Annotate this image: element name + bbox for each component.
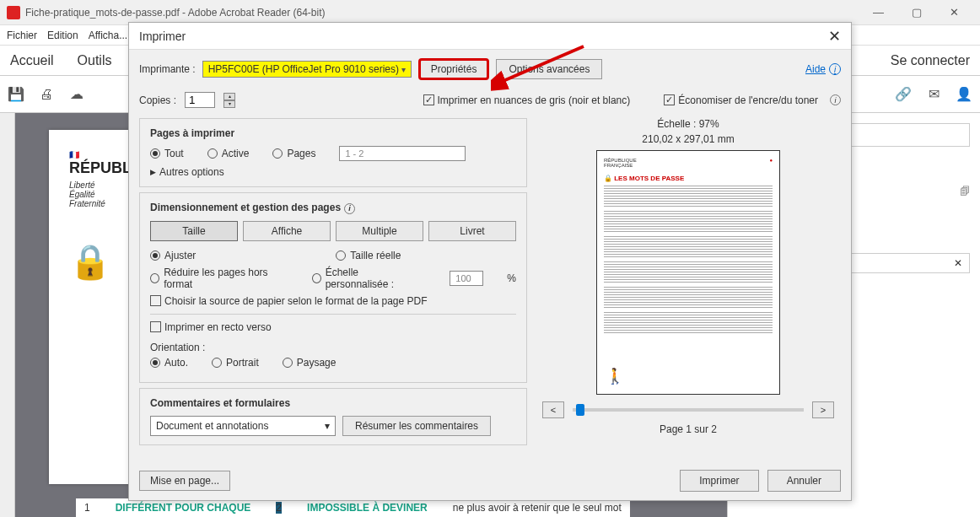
close-button[interactable]: ✕ <box>935 0 973 25</box>
sign-in-link[interactable]: Se connecter <box>891 53 970 68</box>
pages-range-input[interactable] <box>339 146 466 161</box>
tab-size[interactable]: Taille <box>150 221 238 241</box>
summarize-button[interactable]: Résumer les commentaires <box>342 416 491 436</box>
bullet-2: 2 <box>276 502 282 514</box>
scale-input[interactable] <box>450 271 483 286</box>
orientation-label: Orientation : <box>150 342 516 353</box>
preview-page-label: Page 1 sur 2 <box>536 423 841 435</box>
sizing-group: Dimensionnement et gestion des pagesi Ta… <box>139 192 527 383</box>
left-sidebar[interactable] <box>0 113 15 517</box>
preview-slider[interactable] <box>573 408 804 412</box>
bullet-1: 1 <box>84 502 90 514</box>
radio-shrink[interactable]: Réduire les pages hors format <box>150 267 288 290</box>
help-link[interactable]: Aidei <box>805 63 841 75</box>
tab-booklet[interactable]: Livret <box>428 221 516 241</box>
radio-portrait[interactable]: Portrait <box>212 357 259 369</box>
dialog-title: Imprimer <box>139 30 186 43</box>
chevron-down-icon: ▾ <box>325 420 330 432</box>
printer-select[interactable]: HP5FC00E (HP OfficeJet Pro 9010 series) … <box>202 61 412 78</box>
copies-input[interactable] <box>185 92 215 108</box>
print-icon[interactable]: 🖨 <box>37 85 56 104</box>
save-icon[interactable]: 💾 <box>7 85 25 104</box>
lock-icon: 🔒 <box>69 243 111 280</box>
page-setup-button[interactable]: Mise en page... <box>139 471 230 491</box>
cancel-button[interactable]: Annuler <box>767 470 841 492</box>
tab-home[interactable]: Accueil <box>10 53 54 68</box>
menu-file[interactable]: Fichier <box>7 30 37 41</box>
copies-label: Copies : <box>139 94 176 106</box>
radio-pages[interactable]: Pages <box>272 148 315 159</box>
duplex-checkbox[interactable]: Imprimer en recto verso <box>150 321 516 333</box>
comments-select[interactable]: Document et annotations▾ <box>150 416 336 436</box>
cloud-icon[interactable]: ☁ <box>67 85 86 104</box>
info-icon[interactable]: i <box>830 94 841 105</box>
preview-dimensions: 210,02 x 297,01 mm <box>536 133 841 145</box>
properties-button[interactable]: Propriétés <box>418 58 490 80</box>
radio-landscape[interactable]: Paysage <box>283 357 337 369</box>
radio-actual[interactable]: Taille réelle <box>336 250 401 261</box>
info-icon[interactable]: i <box>344 203 355 214</box>
printer-label: Imprimante : <box>139 63 196 75</box>
radio-auto[interactable]: Auto. <box>150 357 188 369</box>
tab-tools[interactable]: Outils <box>78 53 112 68</box>
mail-icon[interactable]: ✉ <box>924 85 943 104</box>
savetoner-checkbox[interactable]: ✓Économiser de l'encre/du toner <box>664 94 818 106</box>
link-icon[interactable]: 🔗 <box>894 85 913 104</box>
app-icon <box>7 6 20 19</box>
preview-next-button[interactable]: > <box>812 401 834 418</box>
pages-group: Pages à imprimer Tout Active Pages ▶Autr… <box>139 118 527 187</box>
grayscale-checkbox[interactable]: ✓Imprimer en nuances de gris (noir et bl… <box>423 94 631 106</box>
tab-poster[interactable]: Affiche <box>243 221 331 241</box>
comments-group: Commentaires et formulaires Document et … <box>139 388 527 445</box>
menu-view[interactable]: Afficha... <box>89 30 127 41</box>
window-title: Fiche-pratique_mots-de-passe.pdf - Adobe… <box>25 7 859 19</box>
radio-all[interactable]: Tout <box>150 148 184 159</box>
radio-active[interactable]: Active <box>207 148 250 159</box>
copies-spinner[interactable]: ▴▾ <box>223 93 235 108</box>
chevron-down-icon: ▾ <box>401 65 406 74</box>
person-icon[interactable]: 👤 <box>955 85 973 104</box>
menu-edit[interactable]: Edition <box>47 30 78 41</box>
more-options-toggle[interactable]: ▶Autres options <box>150 166 516 178</box>
print-dialog: Imprimer ✕ Imprimante : HP5FC00E (HP Off… <box>128 22 852 501</box>
advanced-options-button[interactable]: Options avancées <box>496 59 602 79</box>
tab-multiple[interactable]: Multiple <box>336 221 423 241</box>
print-button[interactable]: Imprimer <box>680 470 758 492</box>
preview-prev-button[interactable]: < <box>542 401 564 418</box>
dialog-close-icon[interactable]: ✕ <box>828 27 841 46</box>
minimize-button[interactable]: — <box>859 0 897 25</box>
radio-fit[interactable]: Ajuster <box>150 250 196 261</box>
radio-custom[interactable]: Échelle personnalisée : <box>312 267 422 290</box>
maximize-button[interactable]: ▢ <box>897 0 935 25</box>
choose-source-checkbox[interactable]: Choisir la source de papier selon le for… <box>150 295 516 307</box>
preview-scale: Échelle : 97% <box>536 118 841 130</box>
preview-page: RÉPUBLIQUEFRANÇAISE● 🔒 LES MOTS DE PASSE… <box>596 150 780 395</box>
